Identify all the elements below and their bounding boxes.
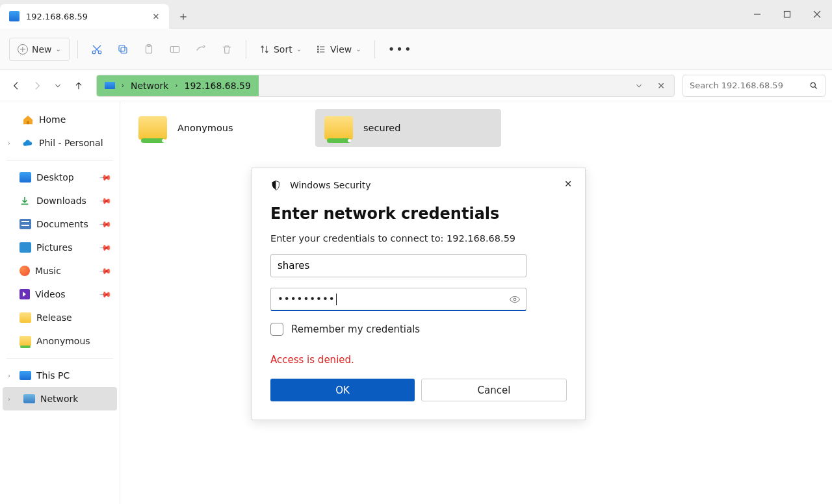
sort-label: Sort [274,44,292,55]
sidebar-item-phil[interactable]: › Phil - Personal [3,131,117,155]
address-dropdown[interactable] [630,77,648,95]
sidebar-label: Anonymous [36,336,90,346]
svg-point-14 [811,82,815,87]
sidebar-item-home[interactable]: Home [3,108,117,131]
up-button[interactable] [69,76,88,95]
sidebar-item-thispc[interactable]: ›This PC [3,364,117,387]
minimize-button[interactable] [742,0,772,28]
folder-item[interactable]: secured [315,109,501,147]
pc-icon [20,371,31,380]
sort-button[interactable]: Sort ⌄ [254,38,307,61]
cancel-button[interactable]: Cancel [421,379,567,401]
sidebar-item-videos[interactable]: Videos📌 [3,283,117,306]
monitor-icon [9,11,20,21]
sidebar-item-documents[interactable]: Documents📌 [3,212,117,236]
sidebar-label: Phil - Personal [39,138,103,148]
chevron-down-icon: ⌄ [356,45,361,53]
pin-icon: 📌 [99,194,112,208]
sidebar-item-downloads[interactable]: Downloads📌 [3,189,117,212]
home-icon [22,114,34,125]
search-box[interactable] [682,75,826,97]
forward-button[interactable] [27,76,47,95]
breadcrumb-host[interactable]: 192.168.68.59 [184,81,250,91]
view-button[interactable]: View ⌄ [311,38,367,61]
error-message: Access is denied. [270,354,567,366]
delete-button[interactable] [216,38,238,61]
share-button[interactable] [190,38,212,61]
sidebar-item-music[interactable]: Music📌 [3,259,117,283]
chevron-right-icon: › [175,82,177,89]
folder-name: Anonymous [177,123,233,133]
back-button[interactable] [6,76,26,95]
main-area: Home › Phil - Personal Desktop📌 Download… [0,101,832,504]
new-label: New [32,44,52,55]
maximize-button[interactable] [772,0,802,28]
tab-title: 192.168.68.59 [26,12,143,21]
pin-icon: 📌 [99,171,112,184]
address-bar[interactable]: › Network › 192.168.68.59 ✕ [96,75,675,97]
rename-button[interactable] [164,38,186,61]
reveal-password-button[interactable] [509,294,521,305]
onedrive-icon [22,138,34,148]
separator [6,358,113,359]
recent-button[interactable] [48,76,68,95]
ok-button[interactable]: OK [270,379,415,401]
separator [77,40,78,58]
svg-rect-15 [27,121,29,125]
chevron-right-icon: › [8,396,10,403]
sidebar-item-pictures[interactable]: Pictures📌 [3,236,117,259]
videos-icon [20,289,30,299]
sidebar-item-desktop[interactable]: Desktop📌 [3,166,117,189]
folder-item[interactable]: Anonymous [129,109,315,147]
close-dialog-button[interactable]: ✕ [560,176,576,192]
sidebar-item-release[interactable]: Release [3,306,117,329]
search-input[interactable] [690,81,804,90]
password-mask: ••••••••• [278,294,335,305]
remember-row[interactable]: Remember my credentials [270,323,567,336]
browser-tab[interactable]: 192.168.68.59 ✕ [0,4,169,29]
sidebar-label: Videos [35,289,66,299]
dialog-subtitle: Enter your credentials to connect to: 19… [270,233,567,244]
chevron-right-icon: › [8,140,10,147]
cut-button[interactable] [86,38,108,61]
folder-icon [20,312,31,323]
close-tab-button[interactable]: ✕ [150,10,162,23]
new-button[interactable]: New ⌄ [9,38,70,61]
sidebar-item-network[interactable]: ›Network [3,387,117,410]
plus-circle-icon [18,44,28,55]
folder-name: secured [363,123,400,133]
separator [246,40,246,58]
paste-button[interactable] [138,38,160,61]
pin-icon: 📌 [99,264,112,278]
svg-point-12 [318,49,319,50]
new-tab-button[interactable]: ＋ [169,4,198,28]
sidebar-item-anonymous[interactable]: Anonymous [3,329,117,353]
credentials-dialog: Windows Security ✕ Enter network credent… [252,168,586,420]
sidebar-label: Home [39,114,66,125]
desktop-icon [20,172,31,183]
cancel-label: Cancel [478,384,511,396]
close-window-button[interactable] [802,0,832,28]
navigation-row: › Network › 192.168.68.59 ✕ [0,70,832,101]
address-close[interactable]: ✕ [652,77,670,95]
username-field[interactable] [270,254,526,277]
sidebar-label: Release [36,312,72,323]
password-field[interactable]: ••••••••• [270,288,526,311]
network-icon [23,394,35,403]
username-input[interactable] [278,260,519,271]
sidebar-label: Music [35,266,61,276]
copy-button[interactable] [112,38,134,61]
sidebar-label: Downloads [36,195,86,206]
shared-folder-icon [324,116,353,140]
svg-rect-1 [785,11,790,17]
breadcrumb-network[interactable]: Network [131,81,168,91]
folder-list: Anonymous secured [129,109,823,147]
svg-rect-10 [170,46,179,52]
chevron-right-icon: › [122,82,124,89]
chevron-down-icon: ⌄ [296,45,302,53]
more-button[interactable]: ••• [383,38,418,61]
svg-point-11 [318,46,319,47]
remember-checkbox[interactable] [270,323,283,336]
music-icon [20,266,30,276]
sidebar-label: Network [40,394,78,404]
